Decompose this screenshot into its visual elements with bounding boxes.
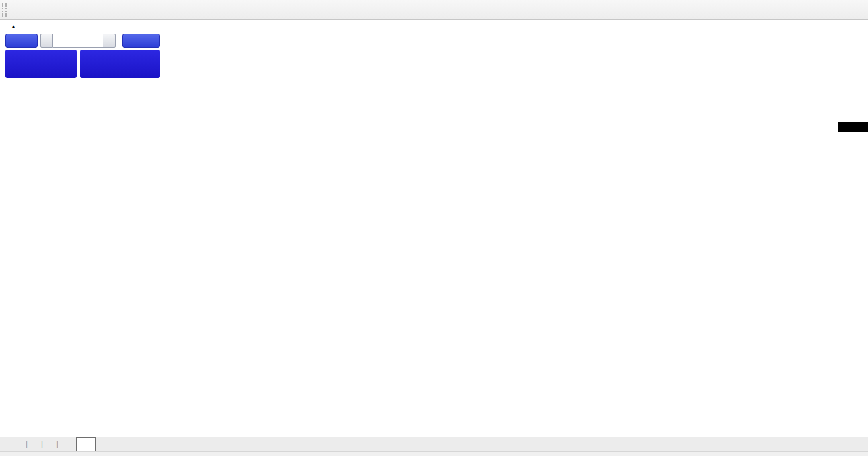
status-bar [0, 451, 868, 456]
buy-button[interactable] [122, 34, 160, 48]
volume-input[interactable] [53, 34, 103, 48]
price-chart[interactable] [0, 20, 868, 437]
tab-usdcnh-h4-active[interactable] [76, 437, 96, 451]
toolbar-grip-icon[interactable] [2, 3, 7, 17]
tab-usdchf-daily[interactable] [28, 437, 41, 451]
one-click-trading-widget [5, 34, 160, 78]
ask-price-panel[interactable] [80, 50, 160, 78]
chart-tab-bar: | | | [0, 437, 868, 451]
tab-usdcad-h4[interactable] [43, 437, 56, 451]
toolbar-divider [19, 3, 19, 17]
volume-decrease-button[interactable] [40, 34, 53, 48]
collapse-triangle-icon[interactable]: ▲ [11, 23, 16, 30]
trading-terminal: ▲ [0, 0, 868, 456]
timeframe-toolbar [0, 0, 868, 20]
sell-button[interactable] [5, 34, 38, 48]
tab-audusd-h4[interactable] [58, 437, 72, 451]
bid-price-panel[interactable] [5, 50, 77, 78]
chart-title: ▲ [11, 23, 33, 30]
volume-increase-button[interactable] [103, 34, 116, 48]
tab-eurusd-h1[interactable] [12, 437, 26, 451]
current-price-box [838, 122, 868, 132]
